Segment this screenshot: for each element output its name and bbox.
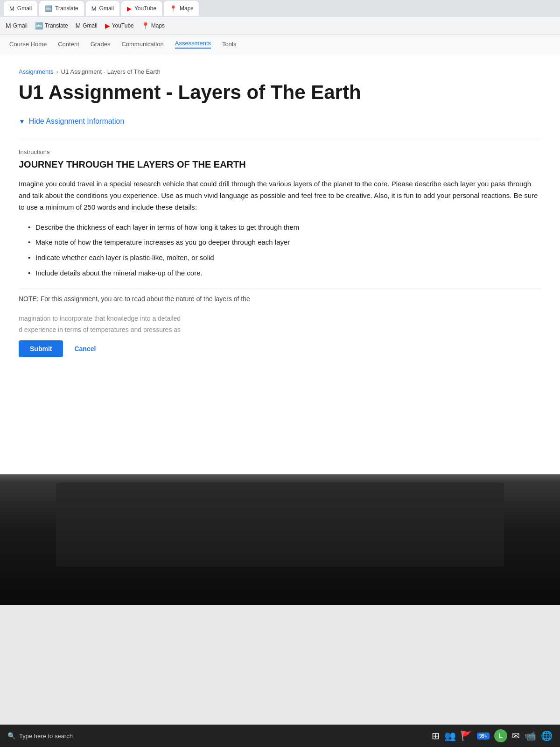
browser-tab-bar: M Gmail 🔤 Translate M Gmail ▶ YouTube 📍 …: [0, 0, 560, 17]
list-item: Include details about the mineral make-u…: [28, 268, 541, 279]
bookmark-youtube-icon: ▶: [105, 22, 110, 29]
tab-label-gmail-1: Gmail: [17, 5, 32, 12]
list-item: Make note of how the temperature increas…: [28, 237, 541, 248]
nav-bar: Course Home Content Grades Communication…: [0, 35, 560, 54]
tab-label-translate: Translate: [55, 5, 78, 12]
breadcrumb-assignments[interactable]: Assignments: [19, 68, 53, 75]
nav-assessments[interactable]: Assessments: [175, 40, 211, 49]
hide-assignment-toggle[interactable]: ▼ Hide Assignment Information: [19, 117, 541, 126]
note-text: NOTE: For this assignment, you are to re…: [19, 289, 541, 304]
section-divider: [19, 139, 541, 139]
bookmark-gmail-label-1: Gmail: [13, 22, 28, 29]
avatar[interactable]: L: [494, 729, 507, 742]
translate-icon: 🔤: [45, 5, 52, 12]
mail-icon[interactable]: ✉: [512, 730, 520, 741]
nav-course-home[interactable]: Course Home: [9, 41, 47, 48]
bookmark-translate-icon: 🔤: [35, 22, 43, 29]
bookmark-bar: M Gmail 🔤 Translate M Gmail ▶ YouTube 📍 …: [0, 17, 560, 35]
nav-communication[interactable]: Communication: [121, 41, 163, 48]
taskbar-icons: ⊞ 👥 🚩 99+ L ✉ 📹 🌐: [432, 729, 553, 742]
bookmark-maps-icon: 📍: [141, 22, 149, 29]
bookmark-maps-label: Maps: [151, 22, 165, 29]
laptop-hinge: [0, 474, 560, 483]
page-title: U1 Assignment - Layers of The Earth: [19, 81, 541, 104]
laptop-bottom: [0, 474, 560, 605]
tab-label-youtube: YouTube: [134, 5, 156, 12]
nav-grades[interactable]: Grades: [91, 41, 111, 48]
instructions-body: Imagine you could travel in a special re…: [19, 178, 541, 213]
tab-gmail-2[interactable]: M Gmail: [86, 1, 119, 16]
bookmark-youtube[interactable]: ▶ YouTube: [105, 22, 134, 29]
bookmark-gmail-1[interactable]: M Gmail: [6, 22, 28, 29]
list-item: Indicate whether each layer is plastic-l…: [28, 252, 541, 264]
chrome-icon[interactable]: 🌐: [541, 730, 553, 741]
nav-tools[interactable]: Tools: [222, 41, 236, 48]
search-icon: 🔍: [7, 732, 15, 740]
cancel-button[interactable]: Cancel: [70, 340, 99, 357]
avatar-letter: L: [499, 732, 503, 740]
bookmark-translate[interactable]: 🔤 Translate: [35, 22, 68, 29]
bookmark-maps[interactable]: 📍 Maps: [141, 22, 165, 29]
bookmark-gmail-2[interactable]: M Gmail: [76, 22, 98, 29]
taskbar-search-placeholder[interactable]: Type here to search: [19, 733, 73, 740]
flag-icon[interactable]: 🚩: [461, 730, 472, 741]
taskbar: 🔍 Type here to search ⊞ 👥 🚩 99+ L ✉ 📹 🌐: [0, 725, 560, 747]
main-content: Assignments › U1 Assignment - Layers of …: [0, 54, 560, 474]
gmail-icon-1: M: [9, 5, 14, 12]
bookmark-gmail-icon-2: M: [76, 22, 81, 29]
youtube-icon: ▶: [127, 5, 132, 12]
overlay-text-1: magination to incorporate that knowledge…: [19, 313, 541, 324]
tab-youtube[interactable]: ▶ YouTube: [121, 1, 162, 16]
notification-badge[interactable]: 99+: [477, 733, 490, 740]
tab-label-maps: Maps: [180, 5, 193, 12]
breadcrumb: Assignments › U1 Assignment - Layers of …: [19, 68, 541, 75]
bookmark-gmail-icon-1: M: [6, 22, 11, 29]
breadcrumb-separator: ›: [56, 68, 58, 75]
note-content: NOTE: For this assignment, you are to re…: [19, 295, 250, 303]
laptop-keyboard: [56, 483, 504, 567]
tab-gmail-1[interactable]: M Gmail: [4, 1, 37, 16]
tab-translate[interactable]: 🔤 Translate: [39, 1, 84, 16]
list-item: Describe the thickness of each layer in …: [28, 222, 541, 233]
breadcrumb-current: U1 Assignment - Layers of The Earth: [61, 68, 161, 75]
video-icon[interactable]: 📹: [525, 730, 536, 741]
overlay-text-2: d experience in terms of temperatures an…: [19, 324, 541, 336]
bookmark-gmail-label-2: Gmail: [83, 22, 97, 29]
bookmark-translate-label: Translate: [45, 22, 68, 29]
bullet-list: Describe the thickness of each layer in …: [28, 222, 541, 279]
windows-icon[interactable]: ⊞: [432, 730, 440, 741]
instructions-label: Instructions: [19, 148, 541, 155]
bookmark-youtube-label: YouTube: [112, 22, 134, 29]
action-buttons: Submit Cancel: [19, 340, 541, 357]
content-fade: magination to incorporate that knowledge…: [19, 313, 541, 336]
people-icon[interactable]: 👥: [444, 730, 456, 741]
chevron-down-icon: ▼: [19, 118, 25, 125]
instructions-title: JOURNEY THROUGH THE LAYERS OF THE EARTH: [19, 159, 541, 170]
taskbar-search-area: 🔍 Type here to search: [7, 732, 73, 740]
toggle-label: Hide Assignment Information: [29, 117, 125, 126]
maps-icon: 📍: [169, 5, 177, 12]
nav-content[interactable]: Content: [58, 41, 79, 48]
gmail-icon-2: M: [91, 5, 97, 12]
tab-maps[interactable]: 📍 Maps: [164, 1, 199, 16]
submit-button[interactable]: Submit: [19, 340, 63, 357]
tab-label-gmail-2: Gmail: [99, 5, 114, 12]
